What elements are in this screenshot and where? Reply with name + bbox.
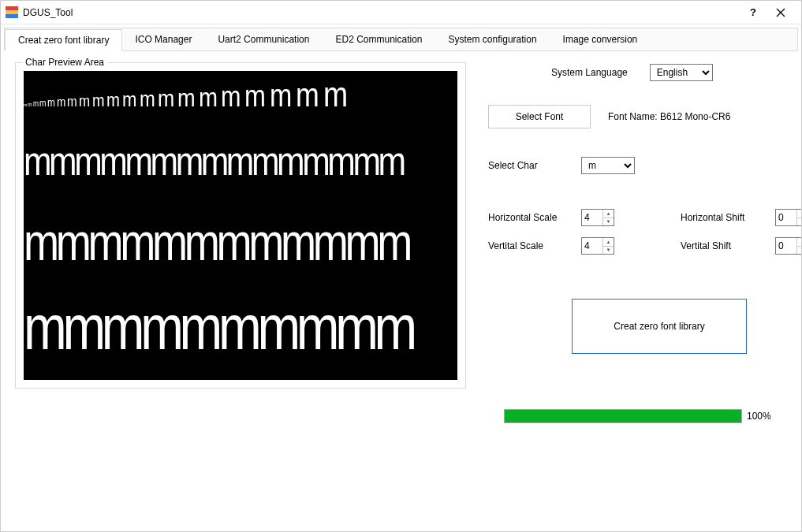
- progress-row: 100%: [504, 409, 802, 423]
- tab-creat-zero-font-library[interactable]: Creat zero font library: [5, 29, 122, 51]
- tab-ico-manager[interactable]: ICO Manager: [122, 28, 205, 50]
- char-preview-label: Char Preview Area: [22, 57, 107, 68]
- chevron-up-icon[interactable]: ▲: [797, 238, 802, 247]
- chevron-up-icon[interactable]: ▲: [603, 210, 614, 218]
- char-preview-group: Char Preview Area mmmmmmmmmmmmmmmmmmmmmm…: [15, 62, 466, 389]
- char-preview-surface: mmmmmmmmmmmmmmmmmmmmmmmmmmmmmmmmmmmmmmmm…: [24, 71, 457, 380]
- select-char-select[interactable]: m: [581, 157, 635, 174]
- vshift-spinner[interactable]: ▲▼: [775, 237, 802, 255]
- create-font-library-button[interactable]: Creat zero font library: [572, 299, 747, 354]
- controls-panel: System Language English Select Font Font…: [488, 62, 802, 423]
- hshift-label: Horizontal Shift: [681, 212, 775, 223]
- tab-uart2-communication[interactable]: Uart2 Communication: [205, 28, 323, 50]
- hshift-spinner[interactable]: ▲▼: [775, 209, 802, 226]
- tab-system-configuration[interactable]: System configuration: [436, 28, 550, 50]
- vscale-label: Vertital Scale: [488, 240, 581, 251]
- language-select[interactable]: English: [650, 64, 713, 81]
- close-icon: [776, 8, 785, 17]
- vshift-label: Vertital Shift: [681, 240, 775, 251]
- hshift-arrows[interactable]: ▲▼: [796, 210, 802, 225]
- vshift-arrows[interactable]: ▲▼: [796, 238, 802, 254]
- app-icon: [6, 6, 18, 19]
- chevron-down-icon[interactable]: ▼: [797, 247, 802, 255]
- tab-image-conversion[interactable]: Image conversion: [550, 28, 651, 50]
- select-char-label: Select Char: [488, 160, 581, 171]
- preview-panel: Char Preview Area mmmmmmmmmmmmmmmmmmmmmm…: [15, 62, 466, 423]
- hscale-input[interactable]: [582, 210, 602, 225]
- chevron-down-icon[interactable]: ▼: [797, 218, 802, 226]
- progress-bar: [504, 409, 742, 423]
- chevron-up-icon[interactable]: ▲: [797, 210, 802, 218]
- hscale-arrows[interactable]: ▲▼: [602, 210, 614, 225]
- chevron-up-icon[interactable]: ▲: [603, 238, 614, 247]
- chevron-down-icon[interactable]: ▼: [603, 247, 614, 255]
- language-row: System Language English: [551, 64, 802, 81]
- select-char-row: Select Char m: [488, 157, 802, 174]
- window-title: DGUS_Tool: [23, 7, 73, 18]
- close-button[interactable]: [765, 1, 796, 24]
- language-label: System Language: [551, 67, 628, 78]
- font-row: Select Font Font Name: B612 Mono-CR6: [488, 105, 802, 128]
- help-button[interactable]: ?: [741, 1, 765, 24]
- hscale-spinner[interactable]: ▲▼: [581, 209, 614, 226]
- chevron-down-icon[interactable]: ▼: [603, 218, 614, 226]
- select-font-button[interactable]: Select Font: [488, 105, 591, 128]
- scale-grid: Horizontal Scale ▲▼ Horizontal Shift ▲▼ …: [488, 209, 802, 255]
- vscale-spinner[interactable]: ▲▼: [581, 237, 614, 255]
- hshift-input[interactable]: [776, 210, 796, 225]
- vscale-arrows[interactable]: ▲▼: [602, 238, 614, 254]
- titlebar: DGUS_Tool ?: [1, 1, 801, 24]
- tab-ed2-communication[interactable]: ED2 Communication: [323, 28, 435, 50]
- vshift-input[interactable]: [776, 238, 796, 254]
- vscale-input[interactable]: [582, 238, 602, 254]
- tab-content: Char Preview Area mmmmmmmmmmmmmmmmmmmmmm…: [4, 51, 798, 434]
- progress-fill: [505, 410, 741, 422]
- progress-label: 100%: [747, 411, 771, 422]
- tab-strip: Creat zero font library ICO Manager Uart…: [4, 28, 798, 51]
- hscale-label: Horizontal Scale: [488, 212, 581, 223]
- font-name-label: Font Name: B612 Mono-CR6: [608, 111, 730, 122]
